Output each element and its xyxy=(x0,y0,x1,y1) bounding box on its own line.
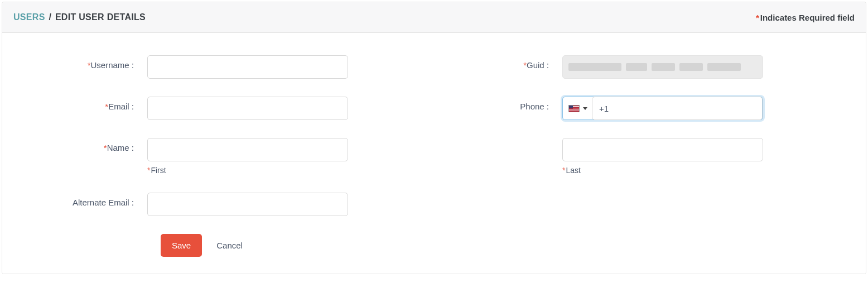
last-name-input[interactable] xyxy=(562,138,763,161)
edit-user-card: USERS / EDIT USER DETAILS *Indicates Req… xyxy=(2,2,866,274)
last-name-sublabel: *Last xyxy=(562,166,763,175)
name-label: *Name : xyxy=(36,138,147,152)
username-label: *Username : xyxy=(36,55,147,70)
alt-email-label: Alternate Email : xyxy=(36,193,147,207)
card-body: *Username : *Guid : *Em xyxy=(2,33,866,274)
cancel-button[interactable]: Cancel xyxy=(216,241,243,250)
first-name-sublabel: *First xyxy=(147,166,348,175)
email-label: *Email : xyxy=(36,97,147,111)
phone-field[interactable] xyxy=(562,97,763,120)
guid-redacted xyxy=(568,59,757,75)
required-fields-note: *Indicates Required field xyxy=(756,13,855,22)
save-button[interactable]: Save xyxy=(161,234,202,257)
breadcrumb-current: EDIT USER DETAILS xyxy=(55,12,146,22)
phone-label: Phone : xyxy=(451,97,562,111)
breadcrumb-separator: / xyxy=(49,12,51,22)
breadcrumb: USERS / EDIT USER DETAILS xyxy=(13,12,146,22)
us-flag-icon xyxy=(568,105,580,112)
chevron-down-icon xyxy=(583,107,587,110)
form-actions: Save Cancel xyxy=(161,234,832,257)
phone-country-selector[interactable] xyxy=(563,105,592,112)
guid-readonly xyxy=(562,55,763,79)
email-input[interactable] xyxy=(147,97,348,120)
alt-email-input[interactable] xyxy=(147,193,348,216)
first-name-input[interactable] xyxy=(147,138,348,161)
guid-label: *Guid : xyxy=(451,55,562,70)
phone-input[interactable] xyxy=(592,97,763,120)
card-header: USERS / EDIT USER DETAILS *Indicates Req… xyxy=(2,2,866,33)
username-input[interactable] xyxy=(147,55,348,79)
breadcrumb-parent[interactable]: USERS xyxy=(13,12,45,22)
